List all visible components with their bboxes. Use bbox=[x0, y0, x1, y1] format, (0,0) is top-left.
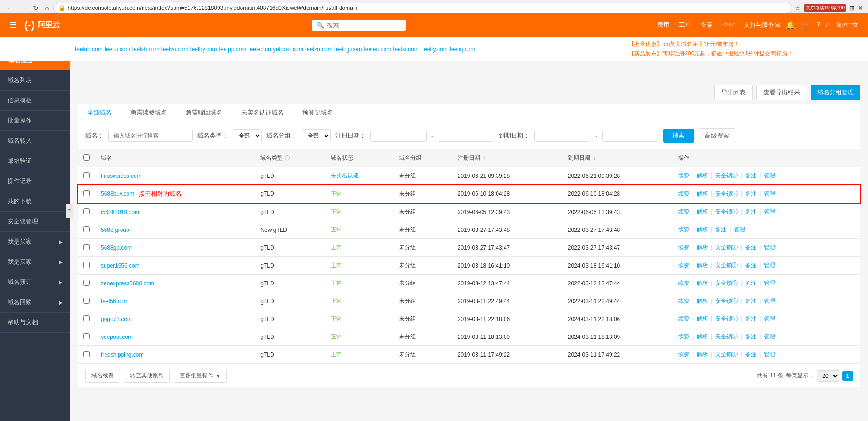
security-lock-action[interactable]: 安全锁ⓘ bbox=[715, 172, 738, 179]
nav-item-support[interactable]: 支持与服务 bbox=[744, 21, 774, 29]
nav-item-record[interactable]: 备案 bbox=[701, 21, 713, 29]
domain-group-select[interactable]: 全部 bbox=[302, 129, 331, 142]
promo-domain-feelpp[interactable]: feelpp.com bbox=[219, 46, 247, 53]
promo-domain-feeliq[interactable]: feeliq.com bbox=[450, 46, 476, 53]
batch-renew-button[interactable]: 域名续费 bbox=[85, 369, 120, 383]
security-lock-action[interactable]: 安全锁ⓘ bbox=[715, 262, 738, 268]
resolve-action[interactable]: 解析 bbox=[697, 191, 708, 197]
reg-date-start-input[interactable] bbox=[370, 130, 427, 142]
note-action[interactable]: 备注 bbox=[745, 351, 756, 358]
bell-icon[interactable]: 🔔 bbox=[786, 21, 795, 30]
cart-icon[interactable]: 🛒 bbox=[801, 21, 810, 30]
sidebar-item-seller[interactable]: 我是买家 ▶ bbox=[0, 232, 70, 252]
resolve-action[interactable]: 解析 bbox=[697, 208, 708, 215]
manage-action[interactable]: 管理 bbox=[764, 315, 775, 322]
extensions-icon[interactable]: ⊞ bbox=[849, 4, 855, 12]
manage-action[interactable]: 管理 bbox=[764, 191, 775, 197]
promo-domain-feelog[interactable]: feelog.com bbox=[334, 46, 362, 53]
security-lock-action[interactable]: 备注 bbox=[715, 226, 726, 233]
resolve-action[interactable]: 解析 bbox=[697, 172, 708, 179]
export-list-button[interactable]: 导出列表 bbox=[714, 85, 753, 100]
menu-icon[interactable]: ✕ bbox=[858, 4, 863, 12]
renew-action[interactable]: 续费 bbox=[678, 262, 689, 268]
tab-urgent-renew[interactable]: 急需续费域名 bbox=[121, 104, 176, 122]
domain-type-select[interactable]: 全部 bbox=[233, 129, 262, 142]
reg-date-end-input[interactable] bbox=[438, 130, 494, 142]
row-checkbox[interactable] bbox=[83, 262, 90, 268]
renew-action[interactable]: 续费 bbox=[678, 298, 689, 304]
note-action[interactable]: 备注 bbox=[745, 191, 756, 197]
row-checkbox[interactable] bbox=[83, 208, 90, 214]
row-checkbox[interactable] bbox=[83, 298, 90, 304]
resolve-action[interactable]: 解析 bbox=[697, 244, 708, 251]
note-action[interactable]: 备注 bbox=[745, 333, 756, 340]
resolve-action[interactable]: 解析 bbox=[697, 333, 708, 340]
home-button[interactable]: ⌂ bbox=[43, 3, 51, 13]
sidebar-item-my-downloads[interactable]: 我的下载 bbox=[0, 191, 70, 212]
domain-group-manage-button[interactable]: 域名分组管理 bbox=[811, 85, 860, 100]
sidebar-item-domain-list[interactable]: 域名列表 bbox=[0, 70, 70, 91]
domain-link[interactable]: 5688buy.com bbox=[101, 191, 134, 197]
renew-action[interactable]: 续费 bbox=[678, 244, 689, 251]
manage-action[interactable]: 管理 bbox=[764, 262, 775, 268]
sidebar-item-domain-buyback[interactable]: 域名回购 ▶ bbox=[0, 292, 70, 313]
security-lock-action[interactable]: 安全锁ⓘ bbox=[715, 298, 738, 304]
security-lock-action[interactable]: 安全锁ⓘ bbox=[715, 333, 738, 340]
nav-item-fees[interactable]: 费用 bbox=[657, 21, 670, 29]
row-checkbox[interactable] bbox=[83, 244, 90, 250]
search-input[interactable] bbox=[327, 22, 397, 29]
row-checkbox[interactable] bbox=[83, 172, 90, 178]
tab-urgent-redeem[interactable]: 急需赎回域名 bbox=[176, 104, 232, 122]
promo-domain-feeled[interactable]: feeled.cn bbox=[248, 46, 271, 53]
tab-all-domains[interactable]: 全部域名 bbox=[78, 104, 121, 122]
renew-action[interactable]: 续费 bbox=[678, 315, 689, 322]
note-action[interactable]: 备注 bbox=[745, 280, 756, 286]
resolve-action[interactable]: 解析 bbox=[697, 298, 708, 304]
help-icon[interactable]: ? bbox=[816, 21, 820, 29]
resolve-action[interactable]: 解析 bbox=[697, 226, 708, 233]
more-batch-ops-button[interactable]: 更多批量操作 ▼ bbox=[174, 369, 227, 383]
security-lock-action[interactable]: 安全锁ⓘ bbox=[715, 191, 738, 197]
promo-domain-feelen[interactable]: feelen.com bbox=[363, 46, 391, 53]
sidebar-item-info-template[interactable]: 信息模板 bbox=[0, 91, 70, 111]
manage-action[interactable]: 管理 bbox=[764, 208, 775, 215]
note-action[interactable]: 备注 bbox=[745, 315, 756, 322]
forward-button[interactable]: → bbox=[18, 3, 28, 13]
domain-link[interactable]: fredshipping.com bbox=[101, 352, 143, 358]
sidebar-item-buyer[interactable]: 我是买家 ▶ bbox=[0, 252, 70, 272]
manage-action[interactable]: 管理 bbox=[764, 333, 775, 340]
security-lock-action[interactable]: 安全锁ⓘ bbox=[715, 244, 738, 251]
note-action[interactable]: 备注 bbox=[745, 208, 756, 215]
transfer-account-button[interactable]: 转至其他账号 bbox=[124, 369, 170, 383]
reg-date-sort-icon[interactable]: ↕ bbox=[483, 155, 485, 161]
security-lock-action[interactable]: 安全锁ⓘ bbox=[715, 351, 738, 358]
domain-link[interactable]: zenexpress5688.com bbox=[101, 280, 154, 287]
domain-link[interactable]: yeepost.com bbox=[101, 334, 133, 340]
lang-selector[interactable]: 简体中文 bbox=[836, 21, 859, 29]
sidebar-item-email-verify[interactable]: 邮箱验证 bbox=[0, 151, 70, 171]
security-lock-action[interactable]: 安全锁ⓘ bbox=[715, 315, 738, 322]
row-checkbox[interactable] bbox=[83, 315, 90, 321]
search-button[interactable]: 搜索 bbox=[663, 129, 694, 143]
row-checkbox[interactable] bbox=[83, 280, 90, 286]
domain-link[interactable]: finosxpress.com bbox=[101, 173, 142, 179]
expire-date-start-input[interactable] bbox=[534, 130, 590, 142]
promo-domain-feelsh[interactable]: feelsh.com bbox=[132, 46, 159, 53]
resolve-action[interactable]: 解析 bbox=[697, 262, 708, 268]
sidebar-item-domain-preorder[interactable]: 域名预订 ▶ bbox=[0, 272, 70, 292]
promo-domain-yetpost[interactable]: yetpost.com bbox=[273, 46, 303, 53]
renew-action[interactable]: 续费 bbox=[678, 172, 689, 179]
promo-domain-feelzo[interactable]: feelzo.com bbox=[305, 46, 332, 53]
hamburger-menu-icon[interactable]: ☰ bbox=[9, 20, 17, 30]
sidebar-item-batch-ops[interactable]: 批量操作 bbox=[0, 111, 70, 131]
manage-action[interactable]: 管理 bbox=[764, 244, 775, 251]
sidebar-item-operation-log[interactable]: 操作记录 bbox=[0, 171, 70, 191]
note-action[interactable]: 备注 bbox=[745, 172, 756, 179]
domain-link[interactable]: 5688gp.com bbox=[101, 245, 132, 251]
domain-link[interactable]: 5688.group bbox=[101, 227, 129, 233]
select-all-checkbox[interactable] bbox=[83, 154, 90, 161]
domain-link[interactable]: super1656.com bbox=[101, 262, 140, 269]
home-nav-icon[interactable]: ⌂ bbox=[826, 21, 830, 29]
nav-item-ticket[interactable]: 工单 bbox=[679, 21, 691, 29]
security-lock-action[interactable]: 安全锁ⓘ bbox=[715, 208, 738, 215]
